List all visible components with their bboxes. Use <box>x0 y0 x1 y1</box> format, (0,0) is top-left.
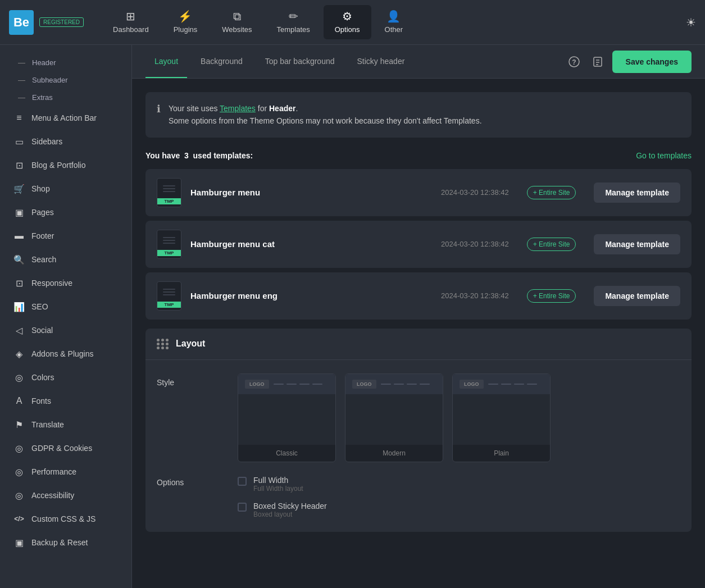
registered-badge: REGISTERED <box>39 17 84 27</box>
sidebar-item-label: Footer <box>31 231 54 240</box>
templates-link[interactable]: Templates <box>220 104 256 113</box>
manage-template-button[interactable]: Manage template <box>594 183 680 203</box>
sidebar-item-translate[interactable]: ⚑ Translate <box>0 413 131 436</box>
file-line <box>163 188 175 189</box>
sidebar-item-backup-reset[interactable]: ▣ Backup & Reset <box>0 531 131 554</box>
nav-line <box>286 384 297 385</box>
gdpr-cookies-icon: ◎ <box>13 443 25 454</box>
sidebar-item-footer[interactable]: ▬ Footer <box>0 224 131 248</box>
grid-dot <box>161 339 164 341</box>
full-width-sublabel: Full Width layout <box>253 485 303 493</box>
content-area: Layout Background Top bar background Sti… <box>132 45 705 588</box>
nav-item-other[interactable]: 👤 Other <box>374 5 415 39</box>
dash-icon: — <box>18 76 25 84</box>
style-options: LOGO Classic <box>238 373 551 462</box>
nav-item-options[interactable]: ⚙ Options <box>324 5 371 39</box>
main-layout: — Header — Subheader — Extras ≡ Menu & A… <box>0 45 705 588</box>
sidebar-item-label: Performance <box>31 467 76 476</box>
nav-item-options-label: Options <box>335 25 360 34</box>
layout-section: Layout Style LOGO <box>145 329 692 532</box>
sidebar-item-pages[interactable]: ▣ Pages <box>0 200 131 224</box>
sidebar-item-label: Fonts <box>31 396 51 405</box>
sidebar-item-seo[interactable]: 📊 SEO <box>0 295 131 318</box>
style-card-body <box>345 394 443 445</box>
other-icon: 👤 <box>386 11 401 22</box>
tab-layout[interactable]: Layout <box>145 45 187 78</box>
sidebar-item-label: Sidebars <box>31 137 62 146</box>
sidebar-item-label: Social <box>31 326 53 335</box>
grid-icon <box>157 339 169 349</box>
sidebar-item-label: Colors <box>31 373 54 382</box>
nav-item-templates[interactable]: ✏ Templates <box>266 5 321 39</box>
sidebar-sub-item-extras[interactable]: — Extras <box>0 89 131 106</box>
sidebar-item-shop[interactable]: 🛒 Shop <box>0 177 131 200</box>
nav-line <box>488 384 498 385</box>
nav-item-websites[interactable]: ⧉ Websites <box>211 5 263 39</box>
grid-dot <box>157 343 160 345</box>
nav-item-plugins-label: Plugins <box>174 25 198 34</box>
info-text-before: Your site uses <box>169 104 220 113</box>
go-to-templates-link[interactable]: Go to templates <box>636 151 692 160</box>
sidebar-item-fonts[interactable]: A Fonts <box>0 389 131 413</box>
sidebar-item-colors[interactable]: ◎ Colors <box>0 366 131 389</box>
sidebar-item-blog-portfolio[interactable]: ⊡ Blog & Portfolio <box>0 153 131 177</box>
nav-line <box>527 384 537 385</box>
tab-sticky-header[interactable]: Sticky header <box>348 45 414 78</box>
info-text: Your site uses Templates for Header. Som… <box>169 102 482 127</box>
sidebar-sub-label-subheader: Subheader <box>32 76 68 84</box>
nav-line <box>299 384 310 385</box>
sidebar-sub-item-header[interactable]: — Header <box>0 54 131 71</box>
sidebar-item-custom-css-js[interactable]: </> Custom CSS & JS <box>0 507 131 531</box>
blog-portfolio-icon: ⊡ <box>13 159 25 171</box>
style-card-plain[interactable]: LOGO Plain <box>452 373 551 462</box>
help-icon-btn[interactable]: ? <box>565 53 583 71</box>
style-card-header: LOGO <box>238 374 335 394</box>
template-file-icon: TMP <box>157 230 181 259</box>
sidebar-item-menu-action-bar[interactable]: ≡ Menu & Action Bar <box>0 106 131 130</box>
sidebar: — Header — Subheader — Extras ≡ Menu & A… <box>0 45 132 588</box>
dash-icon: — <box>18 58 25 67</box>
tabs-right: ? Save changes <box>565 51 692 73</box>
file-line <box>163 185 175 186</box>
sidebar-item-performance[interactable]: ◎ Performance <box>0 460 131 484</box>
notes-icon <box>592 56 603 67</box>
template-row: TMP Hamburger menu eng 2024-03-20 12:38:… <box>145 272 692 320</box>
entire-site-badge: + Entire Site <box>527 238 576 251</box>
theme-toggle-icon[interactable]: ☀ <box>686 16 696 29</box>
sidebar-item-addons-plugins[interactable]: ◈ Addons & Plugins <box>0 342 131 366</box>
info-text-end: . <box>295 104 298 113</box>
style-card-modern[interactable]: LOGO Modern <box>345 373 443 462</box>
sidebar-item-search[interactable]: 🔍 Search <box>0 248 131 271</box>
info-second-line: Some options from the Theme Options may … <box>169 116 482 125</box>
sidebar-item-gdpr-cookies[interactable]: ◎ GDPR & Cookies <box>0 436 131 460</box>
sidebar-item-social[interactable]: ◁ Social <box>0 318 131 342</box>
template-file-icon: TMP <box>157 178 181 207</box>
nav-line <box>407 384 417 385</box>
save-changes-button[interactable]: Save changes <box>612 51 692 73</box>
boxed-sticky-label: Boxed Sticky Header <box>253 502 327 510</box>
template-row: TMP Hamburger menu 2024-03-20 12:38:42 +… <box>145 169 692 216</box>
boxed-sticky-header-checkbox[interactable] <box>238 503 247 512</box>
count-label: You have <box>145 151 180 160</box>
file-lines <box>163 289 175 295</box>
nav-item-plugins[interactable]: ⚡ Plugins <box>162 5 209 39</box>
checkbox-text-group: Full Width Full Width layout <box>253 476 303 493</box>
translate-icon: ⚑ <box>13 419 25 430</box>
search-icon: 🔍 <box>13 254 25 265</box>
sidebar-sub-item-subheader[interactable]: — Subheader <box>0 71 131 89</box>
manage-template-button[interactable]: Manage template <box>594 286 680 306</box>
sidebar-item-responsive[interactable]: ⊡ Responsive <box>0 271 131 295</box>
sidebar-item-accessibility[interactable]: ◎ Accessibility <box>0 484 131 507</box>
content-body: ℹ Your site uses Templates for Header. S… <box>132 79 705 545</box>
manage-template-button[interactable]: Manage template <box>594 234 680 254</box>
tab-top-bar-background[interactable]: Top bar background <box>256 45 344 78</box>
grid-dot <box>161 343 164 345</box>
notes-icon-btn[interactable] <box>589 53 607 71</box>
nav-line <box>420 384 430 385</box>
tab-background[interactable]: Background <box>192 45 252 78</box>
style-card-classic[interactable]: LOGO Classic <box>238 373 336 462</box>
full-width-checkbox[interactable] <box>238 477 247 486</box>
nav-item-dashboard[interactable]: ⊞ Dashboard <box>102 5 160 39</box>
logo-icon[interactable]: Be <box>9 10 34 35</box>
sidebar-item-sidebars[interactable]: ▭ Sidebars <box>0 130 131 153</box>
